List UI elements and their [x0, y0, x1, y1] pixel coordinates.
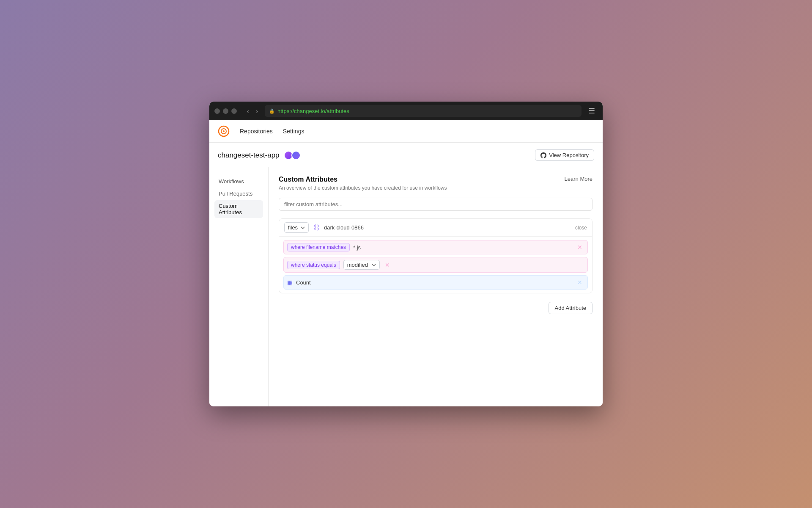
delete-status-row[interactable]: ✕ — [383, 261, 392, 269]
traffic-light-maximize[interactable] — [231, 108, 237, 114]
svg-point-2 — [223, 130, 225, 132]
sidebar-item-custom-attributes[interactable]: Custom Attributes — [214, 200, 263, 218]
view-repo-button[interactable]: View Repository — [535, 149, 594, 161]
filename-badge: where filename matches — [287, 243, 350, 251]
delete-count-row[interactable]: ✕ — [576, 278, 584, 287]
type-select[interactable]: files — [284, 222, 309, 233]
app-logo — [218, 125, 230, 137]
inner-layout: Workflows Pull Requests Custom Attribute… — [209, 167, 603, 406]
traffic-lights — [214, 108, 237, 114]
learn-more-button[interactable]: Learn More — [565, 176, 593, 182]
nav-repositories[interactable]: Repositories — [240, 128, 273, 135]
add-attribute-button[interactable]: Add Attribute — [549, 302, 593, 314]
sidebar-item-label-custom-attributes: Custom Attributes — [219, 203, 242, 215]
main-panel: Custom Attributes An overview of the cus… — [269, 167, 603, 406]
forward-button[interactable]: › — [253, 106, 261, 116]
repo-header: changeset-test-app View Repository — [209, 143, 603, 167]
status-badge: where status equals — [287, 261, 340, 269]
chain-icon: ⛓ — [313, 224, 320, 232]
panel-title-area: Custom Attributes An overview of the cus… — [279, 176, 447, 191]
address-bar[interactable]: 🔒 https://changeset.io/attributes — [265, 105, 582, 117]
condition-row-status: where status equals modified added delet… — [283, 257, 588, 273]
conditions-area: where filename matches ✕ where status eq… — [279, 237, 592, 293]
browser-menu-button[interactable]: ☰ — [586, 105, 598, 117]
card-header: files ⛓ dark-cloud-0866 close — [279, 219, 592, 237]
view-repo-label: View Repository — [549, 152, 589, 158]
repo-title-area: changeset-test-app — [218, 151, 301, 160]
browser-window: ‹ › 🔒 https://changeset.io/attributes ☰ … — [209, 102, 603, 406]
filename-input[interactable] — [353, 244, 572, 251]
traffic-light-minimize[interactable] — [223, 108, 228, 114]
filter-input[interactable] — [279, 198, 593, 211]
github-icon — [540, 152, 546, 158]
repo-name: changeset-test-app — [218, 151, 280, 160]
count-icon: ▦ — [287, 279, 293, 286]
panel-subtitle: An overview of the custom attributes you… — [279, 185, 447, 191]
sidebar-item-label-pull-requests: Pull Requests — [219, 190, 252, 197]
url-text: https://changeset.io/attributes — [277, 108, 349, 114]
avatar-2 — [291, 151, 301, 160]
panel-title: Custom Attributes — [279, 176, 447, 183]
close-button[interactable]: close — [575, 225, 587, 231]
condition-row-filename: where filename matches ✕ — [283, 240, 588, 254]
sidebar-item-workflows[interactable]: Workflows — [214, 176, 263, 187]
browser-chrome: ‹ › 🔒 https://changeset.io/attributes ☰ — [209, 102, 603, 120]
card-name: dark-cloud-0866 — [324, 224, 571, 231]
app-content: Repositories Settings changeset-test-app… — [209, 120, 603, 406]
back-button[interactable]: ‹ — [244, 106, 252, 116]
sidebar-item-pull-requests[interactable]: Pull Requests — [214, 188, 263, 199]
sidebar-item-label-workflows: Workflows — [219, 178, 244, 185]
repo-avatars — [284, 151, 301, 160]
lock-icon: 🔒 — [269, 108, 275, 114]
nav-settings[interactable]: Settings — [283, 128, 304, 135]
panel-header: Custom Attributes An overview of the cus… — [279, 176, 593, 191]
attribute-card: files ⛓ dark-cloud-0866 close where file… — [279, 218, 593, 293]
sidebar: Workflows Pull Requests Custom Attribute… — [209, 167, 269, 406]
condition-row-count: ▦ Count ✕ — [283, 275, 588, 290]
count-label: Count — [296, 279, 311, 286]
nav-buttons: ‹ › — [244, 106, 261, 116]
status-select[interactable]: modified added deleted renamed — [343, 260, 380, 270]
delete-filename-row[interactable]: ✕ — [576, 243, 584, 251]
top-nav: Repositories Settings — [209, 120, 603, 143]
traffic-light-close[interactable] — [214, 108, 220, 114]
